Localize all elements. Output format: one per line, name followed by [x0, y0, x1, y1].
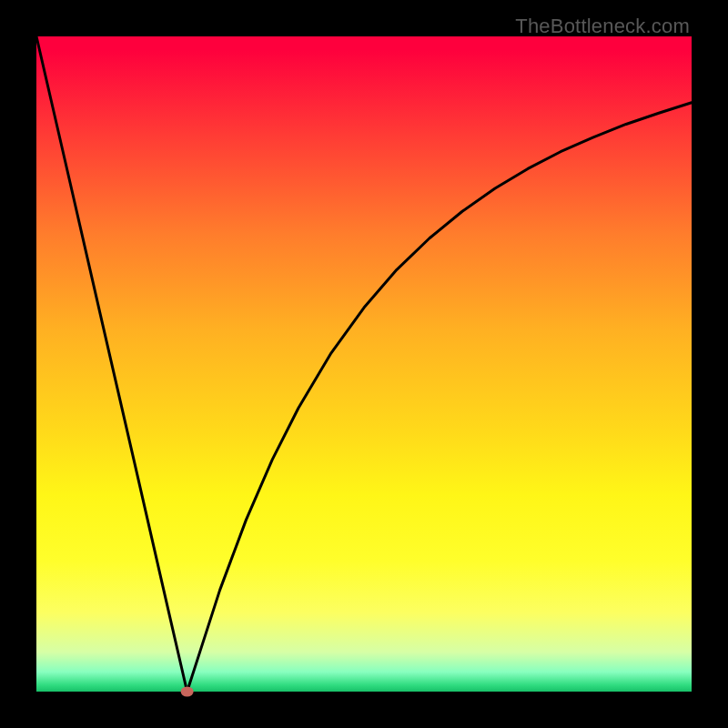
watermark-text: TheBottleneck.com	[515, 15, 690, 38]
plot-area	[36, 36, 692, 692]
curve-svg	[36, 36, 692, 692]
optimum-marker	[181, 687, 194, 697]
bottleneck-curve	[36, 36, 692, 692]
chart-container: TheBottleneck.com	[0, 0, 728, 728]
